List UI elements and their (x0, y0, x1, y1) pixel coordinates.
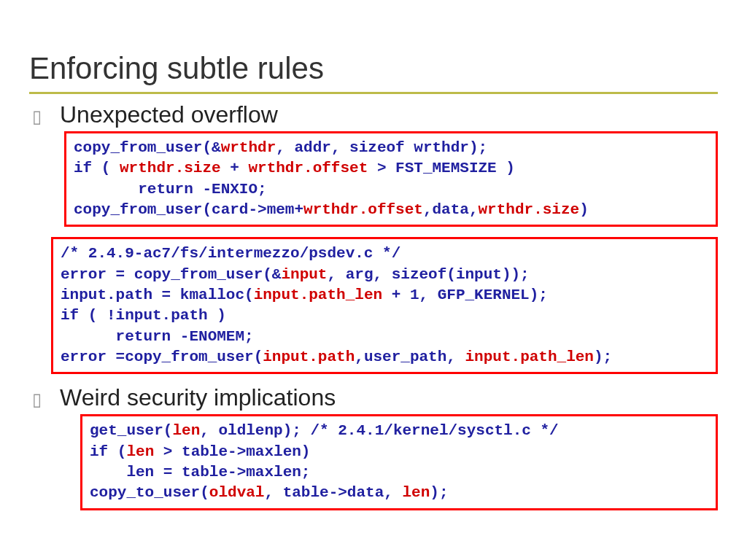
code-token: oldval (209, 484, 265, 501)
code-token: /* 2.4.9-ac7/fs/intermezzo/psdev.c */ (61, 245, 400, 262)
code-token: , addr, sizeof wrthdr); (276, 139, 487, 156)
code-token: len (402, 484, 430, 501)
bullet-1-text: Unexpected overflow (60, 101, 278, 128)
code-token: input.path (263, 349, 355, 365)
code-token: input (281, 266, 327, 283)
code-token: if ( (74, 160, 120, 176)
bullet-2: ▯ Weird security implications (29, 384, 718, 411)
code-token: get_user( (90, 422, 172, 439)
slide-title: Enforcing subtle rules (29, 51, 718, 86)
code-token: + (221, 160, 249, 176)
code-token: if ( !input.path ) (61, 307, 226, 324)
code-token: input.path_len (254, 287, 382, 303)
code-block-1: copy_from_user(&wrthdr, addr, sizeof wrt… (64, 131, 718, 227)
code-token: return -ENOMEM; (61, 328, 254, 345)
code-token: if ( (90, 443, 126, 460)
code-token: > FST_MEMSIZE ) (368, 160, 515, 176)
code-token: wrthdr (221, 139, 276, 156)
bullet-glyph: ▯ (29, 106, 60, 127)
code-token: , table->data, (264, 484, 402, 501)
code-token: input.path = kmalloc( (61, 287, 254, 303)
code-token: copy_from_user(& (74, 139, 221, 156)
code-token: > table->maxlen) (154, 443, 310, 460)
code-token: return -ENXIO; (74, 181, 267, 198)
code-token: ); (594, 349, 612, 365)
code-token: , arg, sizeof(input)); (327, 266, 529, 283)
code-block-2: /* 2.4.9-ac7/fs/intermezzo/psdev.c */ er… (51, 237, 718, 374)
code-token: len (172, 422, 200, 439)
code-token: wrthdr.offset (303, 201, 423, 218)
code-token: error =copy_from_user( (61, 349, 263, 365)
code-token: input.path_len (465, 349, 594, 365)
code-token: + 1, GFP_KERNEL); (382, 287, 548, 303)
code-token: ); (430, 484, 448, 501)
code-token: wrthdr.size (120, 160, 221, 176)
code-token: ,user_path, (355, 349, 465, 365)
title-underline (29, 92, 718, 94)
code-token: copy_to_user( (90, 484, 209, 501)
bullet-1: ▯ Unexpected overflow (29, 101, 718, 128)
bullet-glyph: ▯ (29, 389, 60, 410)
code-token: len (126, 443, 154, 460)
code-token: ,data, (423, 201, 479, 218)
code-block-3: get_user(len, oldlenp); /* 2.4.1/kernel/… (80, 414, 718, 510)
code-token: wrthdr.size (479, 201, 580, 218)
code-token: len = table->maxlen; (90, 464, 310, 481)
slide: Enforcing subtle rules ▯ Unexpected over… (0, 0, 747, 535)
code-token: error = copy_from_user(& (61, 266, 281, 283)
code-token: , oldlenp); /* 2.4.1/kernel/sysctl.c */ (200, 422, 558, 439)
code-token: wrthdr.offset (248, 160, 368, 176)
bullet-2-text: Weird security implications (60, 384, 336, 411)
code-token: copy_from_user(card->mem+ (74, 201, 303, 218)
code-token: ) (579, 201, 589, 218)
